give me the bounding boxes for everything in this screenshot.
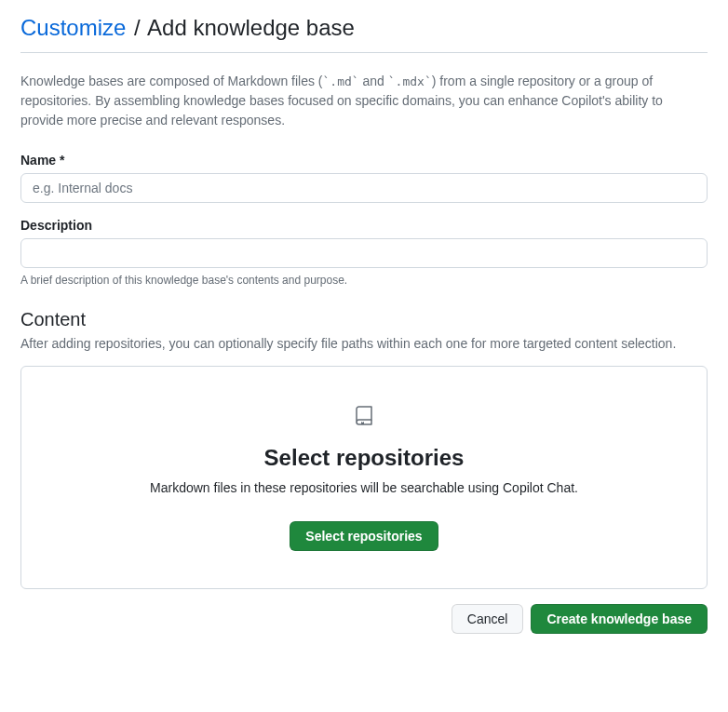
repo-icon <box>353 404 375 426</box>
description-field-group: Description A brief description of this … <box>20 218 708 287</box>
name-label: Name * <box>20 153 708 168</box>
breadcrumb-separator: / <box>134 15 141 40</box>
select-repositories-button[interactable]: Select repositories <box>290 521 438 551</box>
content-heading: Content <box>20 309 708 330</box>
breadcrumb-parent-link[interactable]: Customize <box>20 15 126 40</box>
create-knowledge-base-button[interactable]: Create knowledge base <box>531 604 708 634</box>
name-input[interactable] <box>20 173 708 203</box>
code-md: `.md` <box>323 74 359 88</box>
intro-text: Knowledge bases are composed of Markdown… <box>20 72 708 130</box>
breadcrumb-current: Add knowledge base <box>147 15 355 40</box>
breadcrumb: Customize / Add knowledge base <box>20 15 708 53</box>
blankslate-text: Markdown files in these repositories wil… <box>51 480 677 495</box>
cancel-button[interactable]: Cancel <box>452 604 524 634</box>
repositories-blankslate: Select repositories Markdown files in th… <box>20 366 708 589</box>
blankslate-title: Select repositories <box>51 445 677 471</box>
content-subtext: After adding repositories, you can optio… <box>20 336 708 351</box>
description-hint: A brief description of this knowledge ba… <box>20 274 708 287</box>
name-field-group: Name * <box>20 153 708 203</box>
form-actions: Cancel Create knowledge base <box>20 604 708 634</box>
description-input[interactable] <box>20 238 708 268</box>
code-mdx: `.mdx` <box>388 74 432 88</box>
description-label: Description <box>20 218 708 233</box>
